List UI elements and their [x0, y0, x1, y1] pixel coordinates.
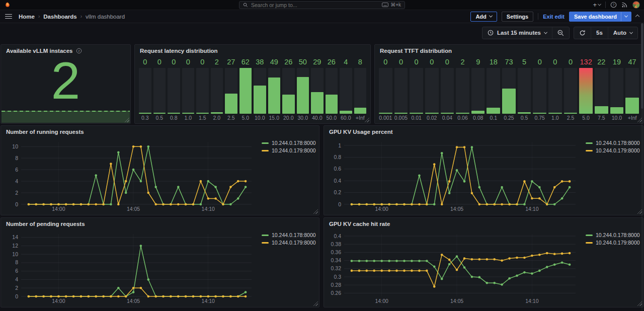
histogram-bar[interactable]: 1325.0 — [579, 57, 593, 121]
add-menu-button[interactable]: + — [593, 2, 601, 8]
timeseries-plot[interactable]: 14:0014:0514:1002468101214 — [4, 230, 257, 305]
grafana-logo[interactable] — [4, 2, 11, 9]
zoom-out-button[interactable] — [552, 27, 569, 39]
refresh-interval-value[interactable]: 5s — [591, 27, 608, 39]
legend-item[interactable]: 10.244.0.179:8000 — [586, 147, 640, 153]
breadcrumb-separator: › — [80, 14, 82, 19]
histogram-bar[interactable]: 625.0 — [239, 57, 252, 121]
histogram-bar[interactable]: 00.75 — [533, 57, 546, 121]
histogram-bar[interactable]: 01.5 — [196, 57, 209, 121]
histogram-bar[interactable]: 1910.0 — [610, 57, 624, 121]
histogram-bar[interactable]: 3810.0 — [254, 57, 266, 121]
legend-series-name: 10.244.0.178:8000 — [596, 140, 640, 146]
bar-track — [211, 68, 223, 114]
histogram-bar[interactable]: 00.005 — [394, 57, 408, 121]
histogram-bar[interactable]: 272.5 — [225, 57, 237, 121]
add-button[interactable]: Add — [470, 12, 497, 22]
panel-resize-handle[interactable] — [365, 118, 369, 122]
data-point — [569, 252, 571, 255]
save-dashboard-button[interactable]: Save dashboard — [569, 12, 631, 22]
histogram-bar[interactable]: 8+Inf — [354, 57, 367, 121]
histogram-bar[interactable]: 2620.0 — [282, 57, 295, 121]
timeseries-plot[interactable]: 14:0014:0514:1000.20.40.60.81 — [327, 138, 581, 213]
histogram-bar[interactable]: 02.5 — [564, 57, 578, 121]
legend-item[interactable]: 10.244.0.178:8000 — [262, 232, 316, 238]
panel-header[interactable]: Number of pending requests — [1, 218, 319, 228]
panel-title-text: GPU KV cache hit rate — [329, 221, 390, 227]
histogram-bar[interactable]: 5030.0 — [297, 57, 309, 121]
search-input[interactable] — [251, 2, 379, 8]
menu-icon[interactable] — [5, 14, 12, 19]
breadcrumb-dashboards[interactable]: Dashboards — [43, 14, 76, 20]
histogram-bar[interactable]: 227.5 — [595, 57, 608, 121]
bar-track — [579, 68, 593, 114]
panel-header[interactable]: GPU KV cache hit rate — [324, 218, 643, 228]
histogram-bar[interactable]: 00.01 — [410, 57, 423, 121]
histogram-bar[interactable]: 90.08 — [471, 57, 485, 121]
bar-value-label: 26 — [282, 57, 295, 67]
histogram-bar[interactable]: 180.1 — [487, 57, 500, 121]
histogram-bar[interactable]: 730.25 — [502, 57, 516, 121]
histogram-bar[interactable]: 00.001 — [379, 57, 392, 121]
auto-refresh-picker[interactable]: Auto — [608, 27, 637, 39]
panel-header[interactable]: Request TTFT distribution — [375, 45, 643, 55]
histogram-bar[interactable]: 2940.0 — [311, 57, 324, 121]
histogram-bar[interactable]: 00.04 — [441, 57, 454, 121]
histogram-bar[interactable]: 460.0 — [340, 57, 352, 121]
bar-category-label: 1.5 — [196, 114, 209, 121]
data-point — [35, 295, 37, 298]
data-point — [380, 260, 383, 262]
legend-item[interactable]: 10.244.0.178:8000 — [262, 140, 316, 146]
bar-value-label: 0 — [533, 57, 546, 67]
timeseries-plot[interactable]: 14:0014:0514:100.260.280.30.320.340.360.… — [327, 230, 581, 305]
timeseries-plot[interactable]: 14:0014:0514:100246810 — [4, 138, 257, 213]
data-point — [411, 270, 413, 272]
breadcrumb-home[interactable]: Home — [19, 14, 35, 20]
save-dashboard-caret[interactable] — [621, 12, 631, 21]
histogram-bar[interactable]: 00.02 — [425, 57, 439, 121]
y-tick-label: 10 — [12, 143, 18, 149]
histogram-bar[interactable]: 50.5 — [518, 57, 531, 121]
bar-fill — [518, 112, 531, 114]
panel-resize-handle[interactable] — [313, 301, 318, 306]
data-point — [237, 295, 239, 298]
histogram-bar[interactable]: 22.0 — [211, 57, 223, 121]
histogram-bar[interactable]: 47+Inf — [625, 57, 639, 121]
histogram-bar[interactable]: 00.3 — [139, 57, 151, 121]
histogram-bar[interactable]: 01.0 — [182, 57, 195, 121]
refresh-button[interactable] — [574, 27, 591, 39]
histogram-bar[interactable]: 20.06 — [456, 57, 469, 121]
time-range-picker[interactable]: Last 15 minutes — [482, 27, 552, 39]
news-icon[interactable] — [621, 2, 628, 8]
collapse-chevron-up-icon[interactable] — [636, 15, 639, 18]
panel-resize-handle[interactable] — [313, 209, 318, 214]
legend-item[interactable]: 10.244.0.178:8000 — [586, 140, 640, 146]
search-bar[interactable]: ⌘+k — [239, 1, 405, 9]
data-point — [373, 203, 375, 206]
bar-track — [379, 68, 392, 114]
help-button[interactable]: ? — [610, 2, 617, 8]
data-point — [508, 203, 511, 206]
histogram-bar[interactable]: 2650.0 — [326, 57, 338, 121]
data-point — [154, 203, 157, 206]
user-avatar[interactable] — [632, 1, 640, 9]
data-point — [207, 295, 210, 298]
panel-resize-handle[interactable] — [125, 118, 129, 122]
histogram-bar[interactable]: 00.8 — [168, 57, 180, 121]
bar-value-label: 0 — [425, 57, 439, 67]
histogram-bar[interactable]: 4915.0 — [268, 57, 281, 121]
histogram-bar[interactable]: 01.0 — [548, 57, 562, 121]
legend-item[interactable]: 10.244.0.179:8000 — [586, 240, 640, 246]
data-point — [388, 260, 390, 262]
settings-button[interactable]: Settings — [502, 12, 533, 22]
legend-item[interactable]: 10.244.0.178:8000 — [586, 232, 640, 238]
legend-item[interactable]: 10.244.0.179:8000 — [262, 147, 316, 153]
panel-header[interactable]: GPU KV Usage percent — [324, 126, 643, 136]
panel-header[interactable]: Request latency distribution — [135, 45, 370, 55]
exit-edit-button[interactable]: Exit edit — [543, 14, 565, 20]
legend-item[interactable]: 10.244.0.179:8000 — [262, 240, 316, 246]
panel-header[interactable]: Number of running requests — [1, 126, 319, 136]
scrollbar-thumb[interactable] — [641, 23, 643, 109]
histogram-bar[interactable]: 00.5 — [153, 57, 166, 121]
data-point — [456, 255, 458, 258]
